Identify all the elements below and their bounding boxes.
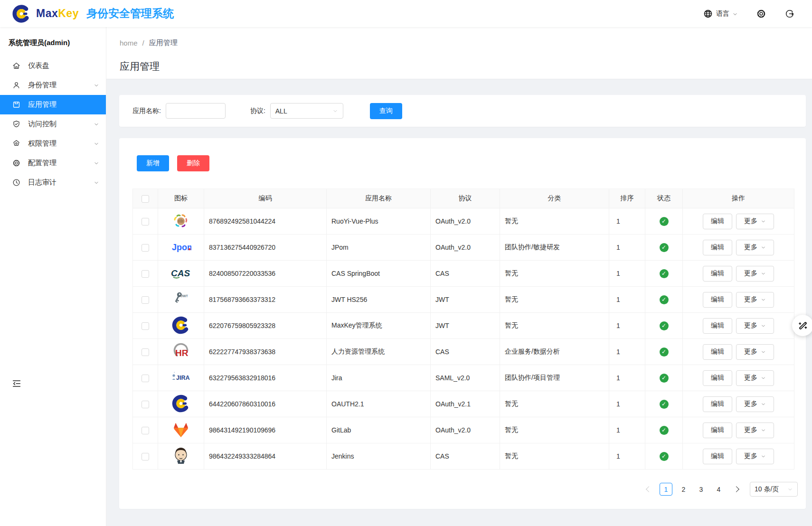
sidebar-item-config[interactable]: 配置管理 <box>0 153 106 173</box>
maxkey-logo-icon <box>11 4 31 24</box>
edit-button[interactable]: 编辑 <box>703 292 732 308</box>
app-sort-order: 1 <box>609 235 645 261</box>
page-button-4[interactable]: 4 <box>712 483 725 496</box>
jwt-logo: JWT <box>170 289 191 310</box>
edit-button[interactable]: 编辑 <box>703 214 732 229</box>
app-name-filter-input[interactable] <box>166 103 226 119</box>
edit-button[interactable]: 编辑 <box>703 449 732 464</box>
previous-page-button[interactable] <box>642 483 655 496</box>
app-name: MaxKey管理系统 <box>327 313 431 339</box>
row-checkbox[interactable] <box>142 244 149 252</box>
more-button[interactable]: 更多 <box>736 318 774 334</box>
more-button[interactable]: 更多 <box>736 449 774 464</box>
logout-button[interactable] <box>784 9 795 19</box>
chevron-down-icon <box>761 428 766 433</box>
edit-button[interactable]: 编辑 <box>703 423 732 438</box>
app-name: GitLab <box>327 417 431 443</box>
row-checkbox[interactable] <box>142 375 149 382</box>
edit-button[interactable]: 编辑 <box>703 396 732 412</box>
app-code: 986432249333284864 <box>204 443 327 470</box>
ruoyi-logo <box>170 210 191 231</box>
protocol-select[interactable]: ALL <box>270 103 343 119</box>
theme-tool-button[interactable] <box>792 315 812 336</box>
search-button[interactable]: 查询 <box>370 103 402 119</box>
more-button[interactable]: 更多 <box>736 266 774 282</box>
app-code: 632279563832918016 <box>204 365 327 391</box>
filter-panel: 应用名称: 协议: ALL 查询 <box>119 95 806 127</box>
page-button-2[interactable]: 2 <box>677 483 690 496</box>
table-row: 986431492190109696 GitLab OAuth_v2.0 暂无 … <box>133 417 794 443</box>
sidebar-item-label: 应用管理 <box>28 100 94 109</box>
brand-product-name: 身份安全管理系统 <box>86 6 174 21</box>
cas-logo: CAS <box>170 263 191 283</box>
select-all-checkbox[interactable] <box>142 195 149 203</box>
more-button[interactable]: 更多 <box>736 396 774 412</box>
column-header-protocol: 协议 <box>431 189 500 208</box>
collapse-sidebar-icon[interactable] <box>11 378 22 389</box>
next-page-button[interactable] <box>730 483 742 496</box>
add-button[interactable]: 新增 <box>137 155 169 171</box>
page-button-1[interactable]: 1 <box>660 483 672 496</box>
edit-button[interactable]: 编辑 <box>703 344 732 360</box>
sidebar-item-dashboard[interactable]: 仪表盘 <box>0 56 106 75</box>
row-checkbox[interactable] <box>142 322 149 330</box>
more-button[interactable]: 更多 <box>736 214 774 229</box>
logout-icon <box>784 9 795 19</box>
more-button[interactable]: 更多 <box>736 344 774 360</box>
row-checkbox[interactable] <box>142 296 149 304</box>
row-checkbox[interactable] <box>142 218 149 225</box>
app-protocol: CAS <box>431 261 500 287</box>
protocol-select-value: ALL <box>275 107 287 115</box>
delete-button[interactable]: 删除 <box>177 155 209 171</box>
sidebar-item-apps[interactable]: 应用管理 <box>0 95 106 114</box>
language-switcher[interactable]: 语言 <box>703 9 738 19</box>
more-button[interactable]: 更多 <box>736 370 774 386</box>
breadcrumb-home[interactable]: home <box>120 39 138 47</box>
app-code: 824008507220033536 <box>204 261 327 287</box>
edit-button[interactable]: 编辑 <box>703 318 732 334</box>
page-size-select[interactable]: 10 条/页 <box>750 482 798 497</box>
table-row: JIRA 632279563832918016 Jira SAML_v2.0 团… <box>133 365 794 391</box>
edit-button[interactable]: 编辑 <box>703 266 732 282</box>
breadcrumb-separator: / <box>142 39 144 47</box>
more-button[interactable]: 更多 <box>736 240 774 255</box>
sidebar-item-access[interactable]: 访问控制 <box>0 114 106 134</box>
jira-logo: JIRA <box>170 367 191 388</box>
edit-button[interactable]: 编辑 <box>703 240 732 255</box>
app-protocol: CAS <box>431 443 500 470</box>
page-title: 应用管理 <box>120 60 812 73</box>
row-checkbox[interactable] <box>142 270 149 278</box>
sidebar-item-audit[interactable]: 日志审计 <box>0 173 106 192</box>
more-button-label: 更多 <box>744 295 757 304</box>
svg-text:Jpom: Jpom <box>172 243 191 252</box>
app-category: 企业服务/数据分析 <box>500 339 609 365</box>
more-button-label: 更多 <box>744 269 757 278</box>
settings-button[interactable] <box>756 9 766 19</box>
brand-name-key: Key <box>58 7 79 19</box>
page-button-3[interactable]: 3 <box>695 483 708 496</box>
clock-icon <box>12 178 21 187</box>
sidebar-item-label: 权限管理 <box>28 139 94 148</box>
table-row: HR 622227747938373638 人力资源管理系统 CAS 企业服务/… <box>133 339 794 365</box>
status-enabled-icon: ✓ <box>660 269 669 278</box>
sidebar-item-permission[interactable]: 权限管理 <box>0 134 106 153</box>
column-header-actions: 操作 <box>683 189 794 208</box>
gitlab-logo <box>170 419 191 440</box>
status-enabled-icon: ✓ <box>660 426 669 435</box>
row-checkbox[interactable] <box>142 453 149 460</box>
sidebar-item-identity[interactable]: 身份管理 <box>0 75 106 95</box>
row-checkbox[interactable] <box>142 427 149 434</box>
row-checkbox[interactable] <box>142 401 149 408</box>
more-button[interactable]: 更多 <box>736 292 774 308</box>
maxkey-logo <box>170 315 191 336</box>
chevron-down-icon <box>761 349 766 355</box>
row-checkbox[interactable] <box>142 348 149 356</box>
app-name: OAUTH2.1 <box>327 391 431 417</box>
chevron-right-icon <box>733 486 739 492</box>
more-button[interactable]: 更多 <box>736 423 774 438</box>
edit-button[interactable]: 编辑 <box>703 370 732 386</box>
table-row: Jpom 837136275440926720 JPom OAuth_v2.0 … <box>133 235 794 261</box>
home-icon <box>12 61 21 70</box>
app-protocol: OAuth_v2.0 <box>431 208 500 235</box>
hr-logo: HR <box>170 341 191 362</box>
